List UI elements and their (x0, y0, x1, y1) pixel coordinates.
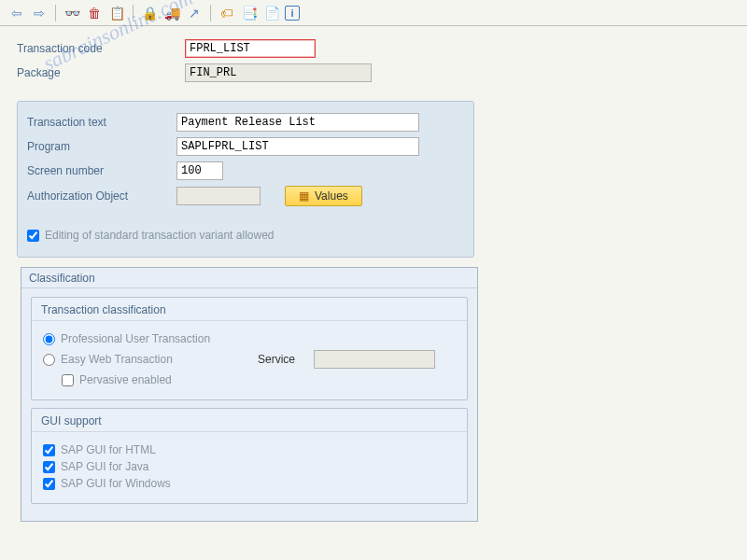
gui-support-group: GUI support SAP GUI for HTML SAP GUI for… (31, 408, 468, 504)
classification-group: Classification Transaction classificatio… (21, 267, 478, 522)
easyweb-label: Easy Web Transaction (61, 353, 173, 366)
professional-radio[interactable] (43, 333, 55, 345)
values-button-label: Values (315, 189, 348, 203)
transaction-code-input[interactable] (185, 39, 316, 58)
classification-title: Classification (21, 267, 477, 288)
program-label: Program (27, 140, 176, 153)
auth-object-label: Authorization Object (27, 189, 176, 203)
toolbar-separator (55, 5, 56, 21)
exit-icon[interactable]: ↗ (185, 4, 204, 22)
gui-html-checkbox[interactable] (43, 444, 55, 456)
gui-windows-label: SAP GUI for Windows (61, 477, 171, 490)
toolbar: ⇦ ⇨ 👓 🗑 📋 🔒 🚚 ↗ 🏷 📑 📄 i (0, 0, 747, 26)
toolbar-separator (210, 5, 211, 21)
edit-variant-row: Editing of standard transaction variant … (27, 229, 464, 242)
package-input (185, 63, 372, 82)
display-icon[interactable]: 👓 (63, 4, 81, 22)
variant-icon[interactable]: 📑 (240, 4, 259, 22)
transaction-text-input[interactable] (176, 113, 419, 132)
gui-html-row: SAP GUI for HTML (43, 443, 456, 456)
edit-variant-label: Editing of standard transaction variant … (45, 229, 274, 242)
table-icon: ▦ (299, 189, 309, 203)
screen-number-label: Screen number (27, 164, 176, 177)
docs-icon[interactable]: 📄 (262, 4, 281, 22)
forward-icon[interactable]: ⇨ (30, 4, 49, 22)
screen-number-row: Screen number (27, 161, 464, 180)
pervasive-row: Pervasive enabled (62, 373, 456, 386)
auth-object-row: Authorization Object ▦ Values (27, 186, 464, 206)
gui-java-checkbox[interactable] (43, 461, 55, 473)
service-input (314, 350, 435, 369)
gui-windows-row: SAP GUI for Windows (43, 477, 456, 490)
transaction-code-row: Transaction code (17, 39, 730, 58)
transaction-code-label: Transaction code (17, 42, 185, 55)
program-input[interactable] (176, 137, 419, 156)
pervasive-checkbox[interactable] (62, 374, 74, 386)
toolbar-separator (133, 5, 134, 21)
gui-java-row: SAP GUI for Java (43, 460, 456, 473)
gui-html-label: SAP GUI for HTML (61, 443, 156, 456)
info-icon[interactable]: i (285, 6, 300, 21)
gui-java-label: SAP GUI for Java (61, 460, 148, 473)
transaction-text-row: Transaction text (27, 113, 464, 132)
lock-icon[interactable]: 🔒 (140, 4, 159, 22)
details-panel: Transaction text Program Screen number A… (17, 101, 474, 258)
gui-windows-checkbox[interactable] (43, 478, 55, 490)
content-area: Transaction code Package Transaction tex… (0, 26, 747, 535)
professional-row: Professional User Transaction (43, 332, 456, 345)
copy-icon[interactable]: 📋 (107, 4, 126, 22)
transaction-text-label: Transaction text (27, 116, 176, 129)
pervasive-label: Pervasive enabled (79, 373, 172, 386)
delete-icon[interactable]: 🗑 (85, 4, 104, 22)
program-row: Program (27, 137, 464, 156)
transport-icon[interactable]: 🚚 (162, 4, 181, 22)
package-row: Package (17, 63, 730, 82)
sap-dialog-screen: sabrainsonline.com ⇦ ⇨ 👓 🗑 📋 🔒 🚚 ↗ 🏷 📑 📄… (0, 0, 747, 560)
auth-object-input (176, 187, 261, 205)
transaction-classification-title: Transaction classification (32, 298, 467, 321)
values-button[interactable]: ▦ Values (285, 186, 362, 206)
professional-label: Professional User Transaction (61, 332, 210, 345)
transaction-classification-group: Transaction classification Professional … (31, 297, 468, 400)
easyweb-row: Easy Web Transaction (43, 353, 258, 366)
gui-support-title: GUI support (32, 409, 467, 432)
edit-variant-checkbox[interactable] (27, 230, 39, 242)
package-label: Package (17, 66, 185, 79)
easyweb-radio[interactable] (43, 354, 55, 366)
screen-number-input[interactable] (176, 161, 223, 180)
service-label: Service (258, 353, 314, 366)
hierarchy-icon[interactable]: 🏷 (218, 4, 236, 22)
back-icon[interactable]: ⇦ (7, 4, 26, 22)
